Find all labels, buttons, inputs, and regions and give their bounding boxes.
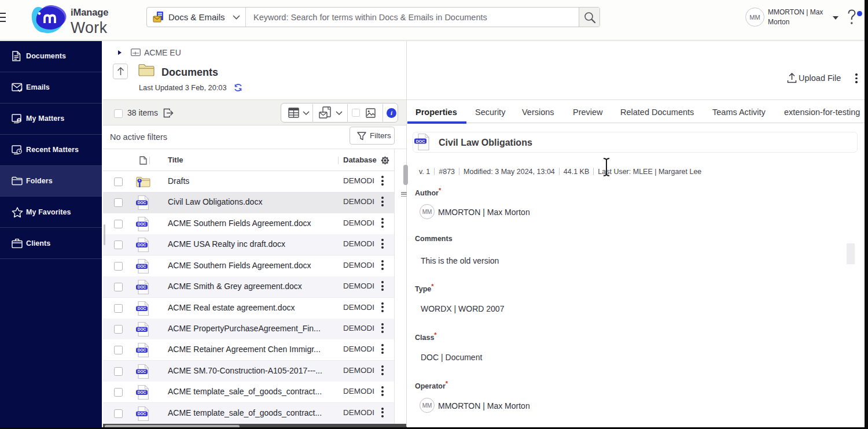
svg-text:DOC: DOC bbox=[138, 285, 146, 289]
svg-text:DOC: DOC bbox=[138, 306, 146, 310]
svg-text:DOC: DOC bbox=[138, 264, 146, 268]
svg-text:DOC: DOC bbox=[138, 369, 146, 373]
svg-text:DOC: DOC bbox=[416, 139, 425, 143]
svg-text:DOC: DOC bbox=[138, 327, 146, 331]
svg-text:DOC: DOC bbox=[138, 201, 146, 205]
svg-text:DOC: DOC bbox=[138, 412, 146, 416]
svg-text:DOC: DOC bbox=[138, 348, 146, 352]
svg-text:DOC: DOC bbox=[138, 222, 146, 226]
svg-text:DOC: DOC bbox=[138, 390, 146, 394]
svg-text:DOC: DOC bbox=[138, 243, 146, 247]
